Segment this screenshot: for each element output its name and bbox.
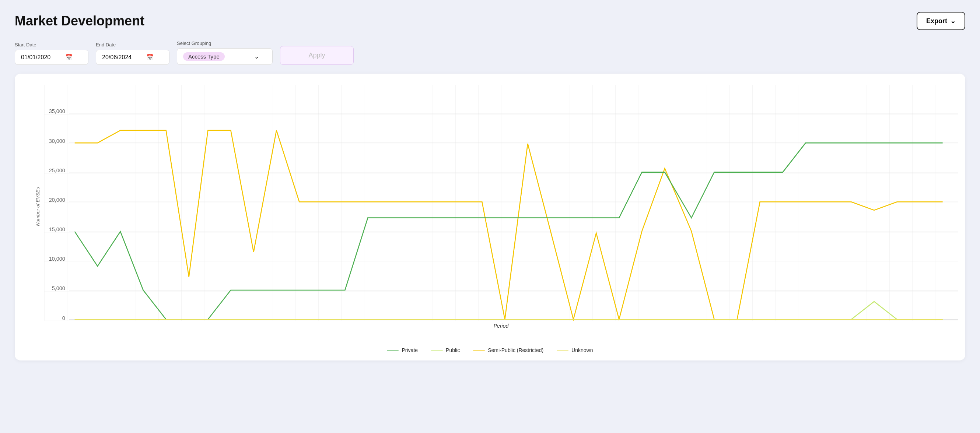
y-axis-label: Number of EVSEs [35,187,41,227]
legend-unknown-line [557,350,568,351]
start-date-group: Start Date 01/01/2020 📅 [15,42,88,65]
start-date-label: Start Date [15,42,88,48]
svg-text:10,000: 10,000 [49,256,65,262]
chart-container: Number of EVSEs 0 5,000 10,000 15,000 20… [15,74,965,360]
end-date-group: End Date 20/06/2024 📅 [96,42,169,65]
start-date-input[interactable]: 01/01/2020 📅 [15,50,88,65]
legend-semi-public-label: Semi-Public (Restricted) [488,347,543,353]
apply-button[interactable]: Apply [280,46,354,65]
legend-public-line [431,350,443,351]
page-header: Market Development Export ⌄ [15,12,965,30]
export-label: Export [926,17,947,25]
start-date-value: 01/01/2020 [21,54,51,61]
svg-text:35,000: 35,000 [49,108,65,114]
legend-item-semi-public: Semi-Public (Restricted) [473,347,543,353]
svg-text:25,000: 25,000 [49,168,65,173]
grouping-label: Select Grouping [177,41,273,46]
legend-unknown-label: Unknown [571,347,593,353]
legend-public-label: Public [446,347,460,353]
svg-text:5,000: 5,000 [52,285,65,291]
svg-text:20,000: 20,000 [49,197,65,203]
svg-text:30,000: 30,000 [49,138,65,144]
chevron-down-icon: ⌄ [950,17,956,25]
calendar-icon: 📅 [65,54,73,61]
svg-text:0: 0 [62,315,65,321]
export-button[interactable]: Export ⌄ [916,12,965,30]
chart-area: Number of EVSEs 0 5,000 10,000 15,000 20… [22,85,958,329]
legend-private-line [387,350,399,351]
svg-rect-1 [44,85,958,321]
end-date-input[interactable]: 20/06/2024 📅 [96,50,169,65]
chevron-down-icon-2: ⌄ [254,53,259,60]
end-date-value: 20/06/2024 [102,54,132,61]
page-title: Market Development [15,13,145,29]
end-date-label: End Date [96,42,169,48]
chart-svg: 0 5,000 10,000 15,000 20,000 25,000 30,0… [44,85,958,321]
legend-item-unknown: Unknown [557,347,593,353]
legend-semi-public-line [473,350,485,351]
grouping-value: Access Type [183,52,225,61]
grouping-select[interactable]: Access Type ⌄ [177,48,273,65]
chart-legend: Private Public Semi-Public (Restricted) … [22,347,958,353]
controls-bar: Start Date 01/01/2020 📅 End Date 20/06/2… [15,41,965,65]
svg-text:15,000: 15,000 [49,227,65,232]
legend-item-private: Private [387,347,418,353]
grouping-group: Select Grouping Access Type ⌄ [177,41,273,65]
chart-inner: 0 5,000 10,000 15,000 20,000 25,000 30,0… [44,85,958,329]
legend-private-label: Private [402,347,418,353]
legend-item-public: Public [431,347,460,353]
x-axis-label: Period [44,323,958,329]
calendar-icon-2: 📅 [146,54,154,61]
